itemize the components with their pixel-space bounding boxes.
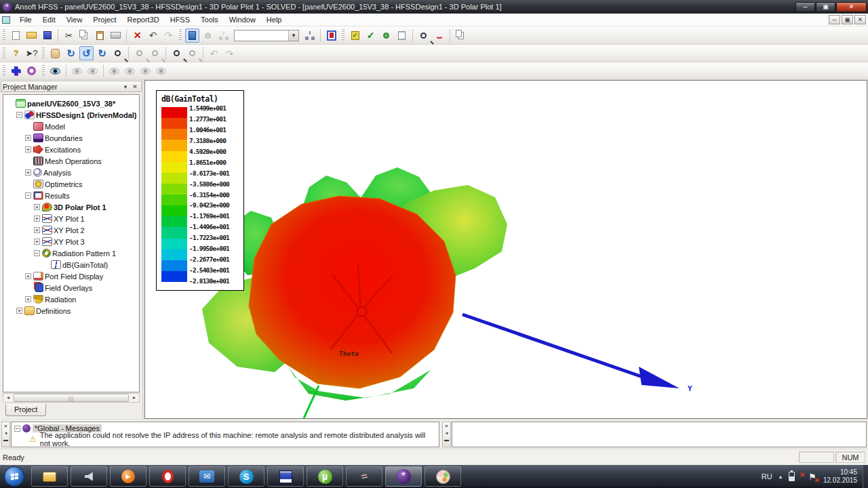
expand-icon[interactable]: + [34, 204, 40, 210]
context-help-button[interactable]: ➤? [24, 46, 39, 60]
tree-item-xy-plot-3[interactable]: +XY Plot 3 [5, 236, 139, 247]
redo-view-button[interactable]: ↷ [222, 46, 237, 60]
help-button[interactable]: ? [9, 46, 23, 60]
menu-hfss[interactable]: HFSS [165, 14, 195, 25]
solution-data-button[interactable] [395, 28, 409, 43]
menu-edit[interactable]: Edit [37, 14, 61, 25]
create-report-button[interactable] [432, 28, 446, 43]
solve-setup-button[interactable] [201, 28, 215, 43]
visibility-button[interactable] [48, 64, 62, 78]
language-indicator[interactable]: RU [762, 472, 772, 481]
toolbar-grip[interactable] [3, 29, 5, 41]
tree-item-optimetrics[interactable]: +Optimetrics [5, 178, 139, 190]
scrollbar-thumb[interactable]: ||| [14, 394, 129, 402]
show-desktop-button[interactable] [863, 465, 868, 488]
tree-item-radiation-pattern-1[interactable]: −Radiation Pattern 1 [5, 247, 139, 259]
tree-item-db-gaintotal[interactable]: +dB(GainTotal) [5, 259, 139, 270]
hidden-icons-chevron[interactable]: ▴ [779, 473, 783, 480]
delete-button[interactable]: ✕ [130, 28, 144, 43]
project-tab[interactable]: Project [5, 404, 46, 416]
hfss-design-button[interactable] [9, 64, 23, 78]
copy-button[interactable] [77, 28, 92, 43]
menu-view[interactable]: View [61, 14, 88, 25]
tree-item-radiation[interactable]: +Radiation [5, 293, 139, 305]
polar-plot-view[interactable]: Theta Y dB(GainTotal) 1.5499e+0011.2773e… [144, 80, 867, 419]
taskbar-explorer-button[interactable] [31, 466, 68, 487]
menu-tools[interactable]: Tools [195, 14, 224, 25]
show-selection-button[interactable] [85, 64, 100, 78]
tree-item-boundaries[interactable]: +Boundaries [5, 132, 139, 144]
panel-dropdown-icon[interactable]: ▾ [121, 83, 130, 90]
menu-help[interactable]: Help [261, 14, 288, 25]
undo-button[interactable]: ↶ [146, 28, 160, 43]
toolbar-grip[interactable] [179, 29, 182, 41]
expand-icon[interactable]: + [25, 135, 31, 141]
expand-icon[interactable]: + [25, 296, 31, 302]
expand-icon[interactable]: + [34, 227, 40, 233]
toolbar-grip[interactable] [3, 65, 5, 77]
tree-horizontal-scrollbar[interactable]: ◂ ||| ▸ [3, 393, 140, 403]
tree-item-model[interactable]: +Model [5, 121, 139, 132]
rotate-axis-button[interactable]: ↻ [95, 46, 109, 60]
tree-item-results[interactable]: −Results [5, 190, 139, 201]
action-center-tray[interactable]: ⚑✕ [808, 472, 816, 482]
expand-icon[interactable]: + [16, 308, 22, 314]
tree-item-3d-polar-plot-1[interactable]: +3D Polar Plot 1 [5, 201, 139, 213]
child-window-icon[interactable] [2, 16, 10, 24]
fit-all-button[interactable] [170, 46, 184, 60]
toolbar-grip[interactable] [3, 47, 5, 60]
expand-icon[interactable]: + [25, 146, 31, 152]
tree-item-mesh-operations[interactable]: +Mesh Operations [5, 155, 139, 167]
tree-item-analysis[interactable]: +Analysis [5, 167, 139, 178]
expand-icon[interactable]: + [25, 273, 31, 279]
start-button[interactable] [4, 466, 24, 487]
save-button[interactable] [40, 28, 54, 43]
open-button[interactable] [24, 28, 39, 43]
taskbar-hfss-button[interactable]: * [385, 466, 422, 487]
new-button[interactable] [9, 28, 23, 43]
taskbar-spring-app-button[interactable]: ≈ [346, 466, 382, 487]
radiation-pattern-3d[interactable]: Theta Y [145, 81, 867, 418]
collapse-icon[interactable]: − [25, 192, 31, 199]
message-pin-icon[interactable]: ▬ [3, 436, 8, 443]
progress-collapse-icon[interactable]: ◂ [446, 430, 448, 436]
toolbar-grip[interactable] [342, 29, 344, 41]
show-active-view-button[interactable] [123, 64, 137, 78]
menu-file[interactable]: File [14, 14, 37, 25]
validate-button[interactable]: ✓ [348, 28, 362, 43]
show-all-views-button[interactable] [154, 64, 168, 78]
solve-sweep-button[interactable] [216, 28, 231, 43]
taskbar-opera-button[interactable] [149, 466, 186, 487]
taskbar-utorrent-button[interactable]: µ [307, 466, 343, 487]
taskbar-media-button[interactable]: ▶ [110, 466, 146, 487]
paste-button[interactable] [93, 28, 107, 43]
undo-view-button[interactable]: ↶ [207, 46, 221, 60]
expand-icon[interactable]: + [34, 239, 40, 245]
tray-clock[interactable]: 10:45 12.02.2015 [823, 468, 857, 485]
taskbar-save-tool-button[interactable] [267, 466, 304, 487]
menu-report3d[interactable]: Report3D [122, 14, 165, 25]
tree-item-xy-plot-2[interactable]: +XY Plot 2 [5, 224, 139, 236]
panel-close-icon[interactable]: ✕ [130, 83, 140, 90]
restore-button[interactable]: ▣ [816, 2, 835, 12]
message-expander-icon[interactable]: − [14, 426, 20, 432]
message-collapse-icon[interactable]: ◂ [5, 430, 7, 436]
copy-image-button[interactable] [454, 28, 468, 43]
scroll-right-icon[interactable]: ▸ [130, 394, 139, 402]
taskbar-volume-button[interactable] [71, 466, 107, 487]
project-manager-header[interactable]: Project Manager ▾ ✕ [1, 81, 142, 92]
tree-item-paneluve2600-15v3-38[interactable]: +panelUVE2600_15V3_38* [5, 98, 139, 109]
child-minimize-button[interactable]: ─ [829, 15, 840, 24]
message-close-icon[interactable]: ✕ [4, 423, 8, 430]
fit-selection-button[interactable] [185, 46, 199, 60]
hide-selection-button[interactable] [70, 64, 84, 78]
tree-item-definitions[interactable]: +Definitions [5, 305, 139, 317]
toolbar-grip[interactable] [42, 65, 45, 77]
main-lobe[interactable] [249, 196, 456, 388]
child-restore-button[interactable]: ▣ [842, 15, 853, 24]
print-button[interactable] [108, 28, 123, 43]
collapse-icon[interactable]: − [34, 250, 40, 256]
rotate-view-button[interactable]: ↺ [79, 46, 94, 60]
taskbar-mail-button[interactable]: ✉ [189, 466, 225, 487]
expand-icon[interactable]: + [34, 216, 40, 222]
